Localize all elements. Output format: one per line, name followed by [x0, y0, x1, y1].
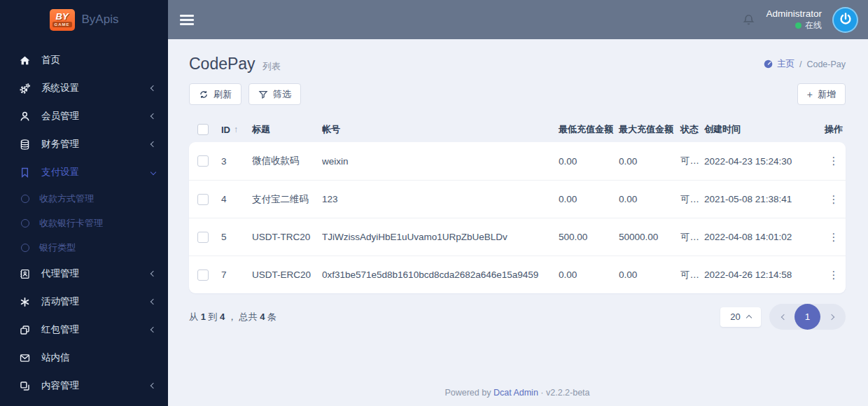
status-badge: 可用	[680, 231, 704, 244]
sidebar-item-home[interactable]: 首页	[0, 46, 168, 74]
user-avatar[interactable]	[832, 7, 858, 33]
refresh-button[interactable]: 刷新	[189, 83, 241, 105]
user-icon	[18, 110, 31, 122]
table-footer: 从 1 到 4 ， 总共 4 条 20 1	[189, 304, 846, 330]
row-actions-button[interactable]: ⋮	[829, 231, 839, 243]
user-status-label: 在线	[805, 20, 822, 31]
breadcrumb-current: Code-Pay	[806, 59, 846, 69]
brand-logo-text: BY	[56, 12, 69, 21]
brand: BY GAME ByApis	[0, 0, 168, 39]
table-row: 7 USDT-ERC20 0xf31be571e5d8b1610bcd8cda2…	[189, 255, 846, 293]
circle-icon	[21, 219, 29, 227]
circle-icon	[21, 195, 29, 203]
chevron-left-icon	[150, 383, 156, 388]
chevron-up-icon	[746, 314, 751, 320]
table-row: 3 微信收款码 weixin 0.00 0.00 可用 2022-04-23 1…	[189, 142, 846, 180]
sidebar-item-payment-settings[interactable]: 支付设置	[0, 158, 168, 186]
row-checkbox[interactable]	[197, 194, 209, 205]
circle-icon	[21, 244, 29, 252]
status-badge: 可用	[680, 269, 704, 281]
chevron-left-icon	[150, 141, 156, 147]
toolbar: 刷新 筛选 + 新增	[189, 83, 846, 105]
address-book-icon	[18, 267, 31, 280]
sidebar-menu: 首页 系统设置	[0, 39, 168, 400]
status-badge: 可用	[680, 193, 704, 206]
page-subtitle: 列表	[262, 60, 281, 73]
row-actions-button[interactable]: ⋮	[829, 269, 839, 281]
app-window: BY GAME ByApis 首页	[0, 0, 868, 406]
sidebar-item-finance-management[interactable]: 财务管理	[0, 130, 168, 158]
user-info[interactable]: Administrator 在线	[766, 8, 822, 31]
sidebar-item-redpacket-management[interactable]: 红包管理	[0, 316, 168, 344]
home-icon	[18, 54, 31, 66]
gears-icon	[18, 82, 31, 94]
breadcrumb-home-link[interactable]: 主页	[763, 58, 794, 70]
plus-icon: +	[807, 89, 813, 100]
table-row: 4 支付宝二维码 123 0.00 0.00 可用 2021-05-08 21:…	[189, 180, 846, 218]
sidebar-item-agent-management[interactable]: 代理管理	[0, 260, 168, 288]
asterisk-icon	[18, 295, 31, 308]
bookmark-icon	[18, 166, 31, 178]
sidebar-item-activity-management[interactable]: 活动管理	[0, 288, 168, 316]
breadcrumb-separator: /	[799, 59, 802, 69]
table-row: 5 USDT-TRC20 TJiWzissAdyiHbE1uUvamo1URpZ…	[189, 218, 846, 255]
sidebar-item-member-management[interactable]: 会员管理	[0, 102, 168, 130]
brand-name: ByApis	[82, 13, 119, 27]
online-status-icon	[795, 22, 802, 29]
sidebar-item-system-settings[interactable]: 系统设置	[0, 74, 168, 102]
breadcrumb: 主页 / Code-Pay	[763, 58, 846, 70]
dcat-admin-link[interactable]: Dcat Admin	[493, 388, 538, 398]
app-footer: Powered by Dcat Admin · v2.2.2-beta	[189, 378, 846, 406]
sidebar-subitem-bank-types[interactable]: 银行类型	[0, 235, 168, 260]
chevron-left-icon	[150, 85, 156, 91]
page-title: CodePay	[189, 55, 255, 74]
brand-logo: BY GAME	[50, 9, 75, 31]
chevron-left-icon	[150, 271, 156, 276]
sort-asc-icon[interactable]: ↑	[234, 125, 238, 134]
user-name: Administrator	[766, 8, 822, 20]
prev-page-button[interactable]	[774, 307, 793, 326]
sidebar-toggle-button[interactable]	[180, 15, 194, 25]
sidebar-subitem-payment-methods[interactable]: 收款方式管理	[0, 186, 168, 211]
next-page-button[interactable]	[822, 307, 841, 326]
copy-icon	[18, 379, 31, 392]
select-all-checkbox[interactable]	[197, 124, 209, 135]
table-header-row: ID ↑ 标题 帐号 最低充值金额 最大充值金额 状态 创建时间 操作	[189, 117, 846, 142]
chevron-down-icon	[150, 169, 156, 175]
chevron-left-icon	[150, 327, 156, 332]
pagination: 1	[769, 304, 846, 330]
add-button[interactable]: + 新增	[797, 83, 846, 105]
power-icon	[837, 11, 854, 28]
row-checkbox[interactable]	[197, 232, 209, 243]
database-icon	[18, 138, 31, 150]
sidebar-item-content-management[interactable]: 内容管理	[0, 372, 168, 400]
notifications-button[interactable]	[742, 13, 755, 27]
main-area: Administrator 在线 CodePay 列表	[168, 0, 868, 406]
chevron-left-icon	[150, 113, 156, 119]
row-actions-button[interactable]: ⋮	[829, 155, 839, 167]
topbar: Administrator 在线	[168, 0, 868, 39]
dashboard-icon	[763, 59, 774, 69]
brand-logo-subtext: GAME	[52, 22, 72, 27]
row-checkbox[interactable]	[197, 155, 209, 167]
envelope-icon	[18, 351, 31, 364]
row-checkbox[interactable]	[197, 270, 209, 281]
refresh-icon	[199, 90, 209, 99]
page-header: CodePay 列表 主页 / Code-Pay	[189, 55, 846, 74]
page-size-select[interactable]: 20	[720, 307, 761, 327]
chevron-left-icon	[150, 299, 156, 304]
content: CodePay 列表 主页 / Code-Pay	[168, 39, 868, 406]
app-version: v2.2.2-beta	[546, 388, 590, 398]
pagination-summary: 从 1 到 4 ， 总共 4 条	[189, 311, 276, 323]
filter-icon	[258, 90, 268, 99]
overlapping-squares-icon	[18, 323, 31, 336]
table-card: 3 微信收款码 weixin 0.00 0.00 可用 2022-04-23 1…	[189, 142, 846, 293]
sidebar: BY GAME ByApis 首页	[0, 0, 168, 406]
sidebar-subitem-bank-cards[interactable]: 收款银行卡管理	[0, 211, 168, 235]
filter-button[interactable]: 筛选	[248, 83, 301, 105]
sidebar-item-site-messages[interactable]: 站内信	[0, 344, 168, 372]
row-actions-button[interactable]: ⋮	[829, 193, 839, 205]
current-page-button[interactable]: 1	[794, 304, 820, 330]
status-badge: 可用	[680, 155, 704, 167]
